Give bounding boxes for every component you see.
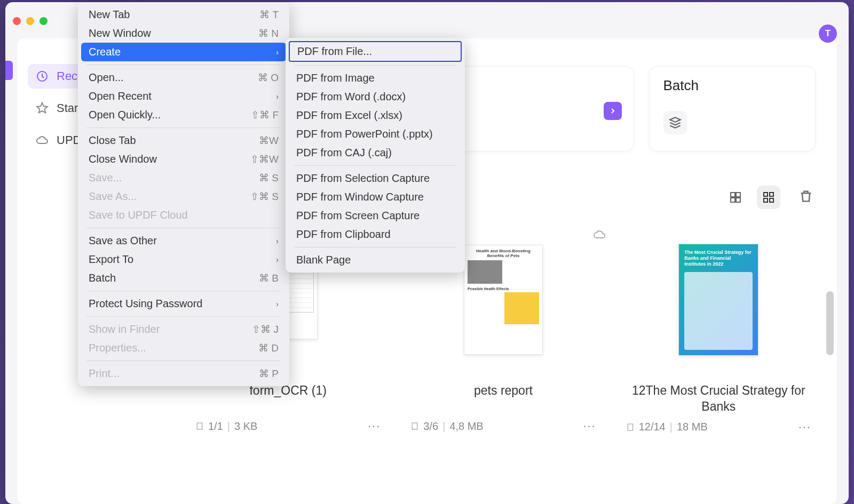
cloud-sync-icon [593,228,606,241]
submenu-item-pdf-from-powerpoint-pptx[interactable]: PDF from PowerPoint (.pptx) [289,125,462,143]
menu-item-protect-using-password[interactable]: Protect Using Password› [81,294,286,313]
file-more-button[interactable]: ··· [583,419,596,433]
scrollbar-thumb[interactable] [826,291,834,355]
svg-rect-10 [413,423,417,429]
menu-item-label: PDF from Selection Capture [296,172,454,185]
menu-item-new-tab[interactable]: New Tab⌘ T [81,5,286,24]
file-pages: 3/6 [423,420,438,433]
file-name: form_OCR (1) [249,383,326,414]
batch-card-title: Batch [663,77,802,94]
submenu-item-pdf-from-word-docx[interactable]: PDF from Word (.docx) [289,87,462,106]
file-meta: 12/14 | 18 MB ··· [622,420,816,434]
file-more-button[interactable]: ··· [368,419,381,433]
chevron-right-icon: › [276,237,279,245]
menu-item-new-window[interactable]: New Window⌘ N [81,24,286,43]
menu-separator [86,65,281,65]
cloud-icon [35,133,49,147]
svg-rect-7 [764,198,768,202]
menu-item-open-quickly[interactable]: Open Quickly...⇧⌘ F [81,106,286,124]
minimize-window-button[interactable] [26,17,34,25]
file-name: 12The Most Crucial Strategy for Banks [622,383,816,415]
menu-item-shortcut: ⇧⌘W [250,153,279,165]
avatar-initial: T [825,28,831,39]
thumb-subtext: Possible Health Effects [468,287,539,291]
svg-rect-4 [736,198,740,202]
svg-rect-1 [731,193,735,197]
file-meta: 3/6 | 4,8 MB ··· [406,419,600,433]
submenu-item-pdf-from-screen-capture[interactable]: PDF from Screen Capture [289,206,462,225]
file-pages: 1/1 [208,420,223,433]
svg-rect-2 [736,193,740,197]
menu-item-label: PDF from Word (.docx) [296,91,454,103]
menu-item-label: Close Window [89,153,250,165]
menu-separator [294,247,456,247]
menu-item-label: Properties... [89,342,258,354]
menu-item-label: Print... [89,367,259,380]
svg-rect-6 [770,193,773,196]
menu-item-create[interactable]: Create› [81,43,286,61]
menu-item-print: Print...⌘ P [81,364,286,383]
submenu-item-blank-page[interactable]: Blank Page [289,251,462,269]
trash-button[interactable] [798,189,816,206]
submenu-item-pdf-from-caj-caj[interactable]: PDF from CAJ (.caj) [289,143,462,162]
panel-indicator [5,61,13,80]
menu-item-export-to[interactable]: Export To› [81,250,286,269]
page-icon [195,422,204,430]
menu-item-shortcut: ⌘ P [259,367,279,380]
menu-item-shortcut: ⌘ T [259,9,279,21]
menu-item-open-recent[interactable]: Open Recent› [81,87,286,106]
menu-separator [86,316,281,317]
menu-item-label: PDF from File... [297,45,453,58]
svg-rect-8 [770,198,773,202]
expand-icon[interactable] [604,102,622,120]
submenu-item-pdf-from-selection-capture[interactable]: PDF from Selection Capture [289,169,462,188]
chevron-right-icon: › [276,300,279,308]
chevron-right-icon: › [276,255,279,264]
file-size: 3 KB [234,420,257,433]
menu-item-label: Open Quickly... [89,109,251,121]
submenu-item-pdf-from-clipboard[interactable]: PDF from Clipboard [289,225,462,244]
menu-item-label: Close Tab [89,134,259,147]
grid-view-button[interactable] [757,186,780,209]
menu-item-label: Save As... [89,190,250,203]
menu-item-label: Open Recent [89,90,276,102]
menu-item-label: PDF from Excel (.xlsx) [296,109,454,122]
submenu-item-pdf-from-image[interactable]: PDF from Image [289,69,462,87]
file-card[interactable]: The Most Crucial Strategy for Banks and … [622,234,816,434]
maximize-window-button[interactable] [39,17,48,25]
menu-item-close-window[interactable]: Close Window⇧⌘W [81,150,286,169]
view-toggle [724,186,780,209]
menu-item-close-tab[interactable]: Close Tab⌘W [81,131,286,150]
batch-card[interactable]: Batch [649,66,816,151]
close-window-button[interactable] [13,17,21,25]
clock-icon [35,69,49,83]
menu-item-label: PDF from Screen Capture [296,210,454,222]
chevron-right-icon: › [276,48,279,57]
menu-item-shortcut: ⌘W [259,134,279,147]
menu-separator [86,127,281,128]
file-more-button[interactable]: ··· [798,420,811,434]
submenu-item-pdf-from-file[interactable]: PDF from File... [289,41,462,62]
menu-separator [86,291,281,291]
window-controls [13,17,48,25]
page-icon [626,423,635,431]
menu-item-label: Create [89,46,276,58]
menu-item-shortcut: ⌘ B [259,272,279,284]
menu-item-batch[interactable]: Batch⌘ B [81,269,286,287]
submenu-item-pdf-from-excel-xlsx[interactable]: PDF from Excel (.xlsx) [289,106,462,125]
menu-item-label: Export To [89,253,276,266]
menu-item-label: PDF from PowerPoint (.pptx) [296,128,454,140]
list-view-button[interactable] [724,186,747,209]
menu-item-shortcut: ⌘ S [259,172,279,184]
menu-item-label: PDF from Window Capture [296,191,454,203]
menu-item-save-as-other[interactable]: Save as Other› [81,231,286,250]
submenu-item-pdf-from-window-capture[interactable]: PDF from Window Capture [289,188,462,206]
user-avatar[interactable]: T [819,25,837,43]
page-icon [410,422,419,430]
menu-item-open[interactable]: Open...⌘ O [81,68,286,87]
menu-item-label: PDF from Image [296,72,454,84]
menu-item-save-as: Save As...⇧⌘ S [81,187,286,206]
menu-item-label: Save... [89,172,259,184]
menu-item-save-to-updf-cloud: Save to UPDF Cloud [81,206,286,225]
menu-item-label: Protect Using Password [89,298,276,310]
